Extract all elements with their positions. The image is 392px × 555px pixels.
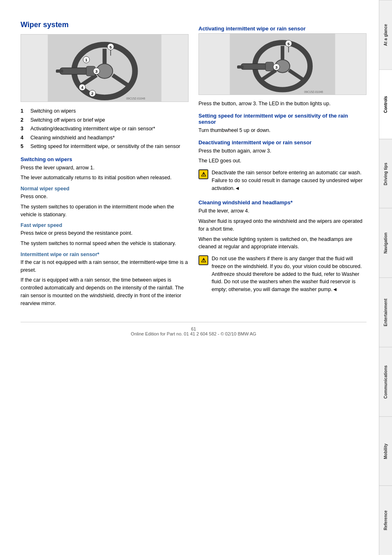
item-number: 1 xyxy=(21,108,29,115)
item-text: Switching on wipers xyxy=(30,108,76,115)
footer-text: Online Edition for Part no. 01 41 2 604 … xyxy=(131,331,256,336)
page-footer: 61 Online Edition for Part no. 01 41 2 6… xyxy=(21,322,367,336)
normal-wiper-speed-heading: Normal wiper speed xyxy=(21,186,189,192)
item-text: Activating/deactivating intermittent wip… xyxy=(30,125,155,133)
list-item: 4 Cleaning windshield and headlamps* xyxy=(21,134,189,142)
sidebar-tab-mobility[interactable]: Mobility xyxy=(379,416,392,486)
cleaning-warning-box: ⚠ Do not use the washers if there is any… xyxy=(198,255,367,296)
fast-wiper-speed-heading: Fast wiper speed xyxy=(21,222,189,228)
sidebar-tab-communications[interactable]: Communications xyxy=(379,347,392,416)
svg-text:4: 4 xyxy=(81,85,83,90)
list-item: 5 Setting speed for intermittent wipe, o… xyxy=(21,143,189,150)
setting-speed-heading: Setting speed for intermittent wipe or s… xyxy=(198,113,367,125)
cleaning-warning-text: Do not use the washers if there is any d… xyxy=(212,255,367,294)
deactivating-warning-text: Deactivate the rain sensor before enteri… xyxy=(212,169,367,192)
item-number: 3 xyxy=(21,125,29,133)
list-item: 3 Activating/deactivating intermittent w… xyxy=(21,125,189,133)
svg-rect-7 xyxy=(56,69,63,73)
cleaning-p1: Pull the lever, arrow 4. xyxy=(198,207,367,215)
svg-rect-28 xyxy=(237,65,244,69)
normal-wiper-p2: The system switches to operation in the … xyxy=(21,203,189,219)
svg-text:09C15Z-01046: 09C15Z-01046 xyxy=(126,97,145,100)
warning-icon-2: ⚠ xyxy=(198,255,208,265)
svg-text:5: 5 xyxy=(110,45,112,49)
item-number: 4 xyxy=(21,134,29,142)
list-item: 2 Switching off wipers or brief wipe xyxy=(21,117,189,124)
activating-heading: Activating intermittent wipe or rain sen… xyxy=(198,25,367,32)
sidebar-tab-at-a-glance[interactable]: At a glance xyxy=(379,0,392,69)
item-text: Setting speed for intermittent wipe, or … xyxy=(30,143,180,150)
setting-speed-p1: Turn thumbwheel 5 up or down. xyxy=(198,127,367,134)
intermittent-p2: If the car is equipped with a rain senso… xyxy=(21,276,189,307)
svg-rect-27 xyxy=(241,64,267,69)
sidebar-tab-navigation[interactable]: Navigation xyxy=(379,208,392,278)
deactivating-p1: Press the button again, arrow 3. xyxy=(198,147,367,155)
svg-text:2: 2 xyxy=(91,91,94,96)
right-column: Activating intermittent wipe or rain sen… xyxy=(198,21,367,310)
warning-icon: ⚠ xyxy=(198,169,208,179)
item-text: Switching off wipers or brief wipe xyxy=(30,117,105,124)
cleaning-p3: When the vehicle lighting system is swit… xyxy=(198,236,367,251)
deactivating-heading: Deactivating intermittent wipe or rain s… xyxy=(198,139,367,146)
sidebar-tab-entertainment[interactable]: Entertainment xyxy=(379,278,392,347)
numbered-list: 1 Switching on wipers 2 Switching off wi… xyxy=(21,108,189,150)
deactivating-p2: The LED goes out. xyxy=(198,157,367,165)
page-number: 61 xyxy=(191,326,196,331)
sidebar: At a glance Controls Driving tips Naviga… xyxy=(379,0,392,555)
normal-wiper-p1: Press once. xyxy=(21,193,189,201)
svg-rect-29 xyxy=(265,62,274,71)
intermittent-wipe-heading: Intermittent wipe or rain sensor* xyxy=(21,252,189,257)
wiper-diagram-large: 1 2 3 4 5 09C15Z-01046 xyxy=(21,34,189,102)
sidebar-tab-controls[interactable]: Controls xyxy=(379,69,392,139)
page-title: Wiper system xyxy=(21,21,189,29)
left-column: Wiper system xyxy=(21,21,189,310)
deactivating-warning-box: ⚠ Deactivate the rain sensor before ente… xyxy=(198,169,367,194)
wiper-diagram-small: 3 5 09C15Z-01046 xyxy=(198,33,367,95)
sidebar-tab-driving-tips[interactable]: Driving tips xyxy=(379,139,392,208)
cleaning-heading: Cleaning windshield and headlamps* xyxy=(198,199,367,206)
svg-text:1: 1 xyxy=(85,58,88,62)
sidebar-tab-reference[interactable]: Reference xyxy=(379,486,392,555)
fast-wiper-p1: Press twice or press beyond the resistan… xyxy=(21,229,189,237)
intermittent-p1: If the car is not equipped with a rain s… xyxy=(21,259,189,274)
svg-text:3: 3 xyxy=(275,65,278,69)
switching-on-p2: The lever automatically returns to its i… xyxy=(21,174,189,182)
switching-on-wipers-heading: Switching on wipers xyxy=(21,156,189,162)
activating-p1: Press the button, arrow 3. The LED in th… xyxy=(198,100,367,108)
main-content: Wiper system xyxy=(0,0,379,555)
item-text: Cleaning windshield and headlamps* xyxy=(30,134,115,142)
svg-text:3: 3 xyxy=(95,69,98,74)
item-number: 5 xyxy=(21,143,29,150)
item-number: 2 xyxy=(21,117,29,124)
svg-rect-6 xyxy=(60,68,88,74)
cleaning-p2: Washer fluid is sprayed onto the windshi… xyxy=(198,217,367,233)
svg-text:09C15Z-01046: 09C15Z-01046 xyxy=(304,90,323,93)
fast-wiper-p2: The system switches to normal speed when… xyxy=(21,240,189,247)
svg-text:5: 5 xyxy=(288,42,290,46)
switching-on-p1: Press the lever upward, arrow 1. xyxy=(21,164,189,172)
list-item: 1 Switching on wipers xyxy=(21,108,189,115)
